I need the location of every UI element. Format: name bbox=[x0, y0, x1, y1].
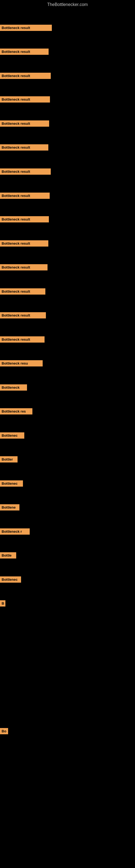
bottleneck-result-item[interactable]: Bottle bbox=[0, 552, 16, 558]
bottleneck-result-item[interactable]: Bottlenec bbox=[0, 577, 21, 583]
bottleneck-result-item[interactable]: Bottleneck result bbox=[0, 49, 49, 55]
bottleneck-result-item[interactable]: Bottleneck result bbox=[0, 312, 46, 318]
bottleneck-result-item[interactable]: B bbox=[0, 600, 5, 607]
bottleneck-result-item[interactable]: Bottlene bbox=[0, 504, 19, 510]
bottleneck-result-item[interactable]: Bottleneck result bbox=[0, 25, 52, 31]
bottleneck-result-item[interactable]: Bottleneck result bbox=[0, 264, 48, 271]
bottleneck-result-item[interactable]: Bottleneck result bbox=[0, 240, 48, 247]
site-title: TheBottlenecker.com bbox=[0, 0, 135, 9]
bottleneck-result-item[interactable]: Bottleneck result bbox=[0, 96, 50, 102]
bottleneck-result-item[interactable]: Bottleneck result bbox=[0, 336, 45, 343]
bottleneck-result-item[interactable]: Bottleneck r bbox=[0, 528, 30, 535]
bottleneck-result-item[interactable]: Bottleneck result bbox=[0, 193, 50, 199]
bottleneck-result-item[interactable]: Bottler bbox=[0, 456, 17, 463]
bottleneck-result-item[interactable]: Bo bbox=[0, 728, 8, 734]
bottleneck-result-item[interactable]: Bottleneck bbox=[0, 384, 27, 391]
bottleneck-result-item[interactable]: Bottleneck res bbox=[0, 408, 32, 414]
bottleneck-result-item[interactable]: Bottleneck result bbox=[0, 288, 45, 294]
bottleneck-result-item[interactable]: Bottleneck result bbox=[0, 168, 51, 175]
bottleneck-result-item[interactable]: Bottleneck result bbox=[0, 120, 49, 127]
bottleneck-result-item[interactable]: Bottleneck result bbox=[0, 144, 48, 151]
bottleneck-result-item[interactable]: Bottleneck result bbox=[0, 73, 51, 79]
bottleneck-result-item[interactable]: Bottleneck resu bbox=[0, 360, 43, 367]
bottleneck-result-item[interactable]: Bottlenec bbox=[0, 432, 24, 439]
bottleneck-result-item[interactable]: Bottlenec bbox=[0, 480, 23, 487]
bottleneck-result-item[interactable]: Bottleneck result bbox=[0, 216, 49, 222]
